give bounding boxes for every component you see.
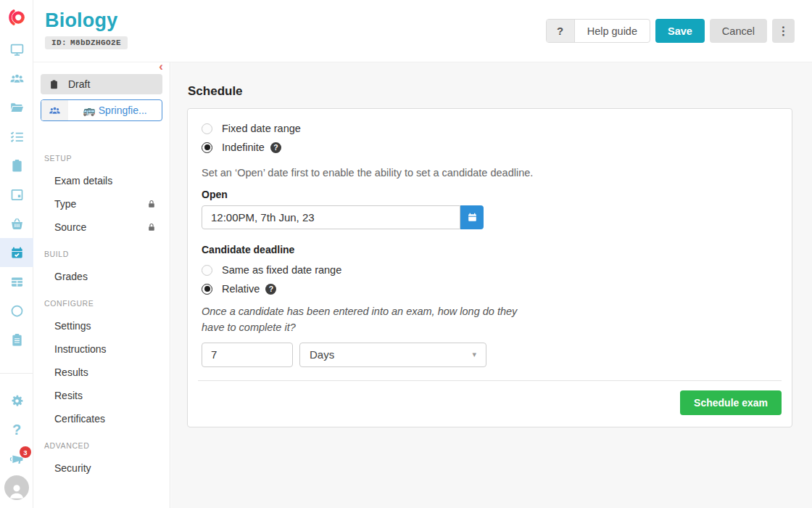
monitor-icon xyxy=(9,42,25,57)
radio-label: Fixed date range xyxy=(222,123,301,134)
radio-label: Same as fixed date range xyxy=(222,264,341,276)
nav-label: Source xyxy=(54,221,86,233)
duration-unit-select[interactable]: Days ▾ xyxy=(299,343,486,367)
rail-settings-item[interactable] xyxy=(0,386,33,415)
main-content: Schedule Fixed date range Indefinite ? S… xyxy=(171,62,812,508)
cancel-button[interactable]: Cancel xyxy=(710,19,767,43)
nav-section-configure: CONFIGURE xyxy=(34,292,170,314)
rail-profile-item[interactable] xyxy=(0,473,33,502)
radio-checked-icon xyxy=(202,284,212,295)
nav-label: Results xyxy=(54,366,88,378)
rail-clipboard-item[interactable] xyxy=(0,151,33,180)
nav-label: Security xyxy=(54,462,91,474)
rail-checklist-item[interactable] xyxy=(0,122,33,151)
status-draft-label: Draft xyxy=(68,78,90,90)
notification-badge: 3 xyxy=(20,446,31,458)
schedule-exam-button[interactable]: Schedule exam xyxy=(680,390,782,415)
duration-unit-value: Days xyxy=(310,348,334,361)
open-date-input[interactable] xyxy=(202,205,460,229)
nav-section-advanced: ADVANCED xyxy=(34,435,170,456)
sidebar-item-exam-details[interactable]: Exam details xyxy=(34,169,170,192)
nav-label: Type xyxy=(54,198,76,210)
group-users-icon xyxy=(49,105,61,117)
open-date-row xyxy=(202,205,782,229)
deadline-question-text: Once a candidate has been entered into a… xyxy=(202,304,531,336)
nav-label: Certificates xyxy=(54,413,105,425)
radio-same-as-fixed[interactable]: Same as fixed date range xyxy=(198,261,782,279)
top-header: Biology ID: M8bDZHGO2E ? Help guide Save… xyxy=(33,0,812,62)
avatar xyxy=(4,475,29,500)
radio-unchecked-icon xyxy=(202,123,212,134)
exam-id-badge: ID: M8bDZHGO2E xyxy=(45,36,128,49)
sidebar-item-grades[interactable]: Grades xyxy=(34,265,170,288)
group-name: Springfie... xyxy=(99,105,147,116)
folder-icon xyxy=(9,100,25,115)
sidebar-item-resits[interactable]: Resits xyxy=(34,384,170,407)
sidebar-item-results[interactable]: Results xyxy=(34,361,170,384)
sidebar-item-source[interactable]: Source xyxy=(34,216,170,239)
rail-report-item[interactable] xyxy=(0,325,33,354)
grid-icon xyxy=(9,274,25,290)
sidebar-item-security[interactable]: Security xyxy=(34,456,170,480)
group-springfield-button[interactable]: 🚌 Springfie... xyxy=(41,99,162,121)
radio-indefinite[interactable]: Indefinite ? xyxy=(198,138,782,157)
card-divider xyxy=(198,380,782,381)
group-label: 🚌 Springfie... xyxy=(68,100,162,120)
image-frame-icon xyxy=(9,187,25,202)
duration-row: Days ▾ xyxy=(202,343,782,367)
status-draft-button[interactable]: Draft xyxy=(41,74,162,94)
caret-down-icon: ▾ xyxy=(472,350,476,359)
help-guide-label: Help guide xyxy=(575,20,650,42)
rail-announcements-item[interactable]: 3 xyxy=(0,444,33,473)
radio-fixed-date-range[interactable]: Fixed date range xyxy=(198,119,782,138)
radio-checked-icon xyxy=(202,142,212,153)
sidebar-item-settings[interactable]: Settings xyxy=(34,314,170,337)
rail-users-item[interactable] xyxy=(0,64,33,93)
radio-unchecked-icon xyxy=(202,265,212,276)
rail-calendar-check-item[interactable] xyxy=(0,238,33,267)
nav-label: Exam details xyxy=(54,175,112,187)
sidebar-collapse-chevron[interactable]: ‹ xyxy=(159,62,163,72)
relative-help-icon[interactable]: ? xyxy=(265,284,276,295)
exam-id-label: ID: xyxy=(51,38,67,47)
rail-divider xyxy=(0,373,33,374)
open-label: Open xyxy=(202,189,782,200)
rail-image-frame-item[interactable] xyxy=(0,180,33,209)
kebab-icon: ⋮ xyxy=(778,24,790,38)
sidebar-item-instructions[interactable]: Instructions xyxy=(34,337,170,361)
gear-icon xyxy=(9,393,25,409)
users-icon xyxy=(9,71,25,86)
rail-basket-item[interactable] xyxy=(0,209,33,238)
sidebar: ‹ Draft 🚌 Springfie... SETUP Exam detail… xyxy=(34,62,170,508)
group-users-segment xyxy=(41,100,68,120)
checklist-icon xyxy=(9,129,25,144)
save-button[interactable]: Save xyxy=(655,19,705,43)
rail-monitor-item[interactable] xyxy=(0,35,33,64)
icon-rail: ? 3 xyxy=(0,0,33,508)
sidebar-item-certificates[interactable]: Certificates xyxy=(34,407,170,430)
app-logo[interactable] xyxy=(0,0,33,35)
clipboard-icon xyxy=(9,158,25,173)
page-title: Biology xyxy=(45,9,117,32)
rail-folder-item[interactable] xyxy=(0,93,33,122)
sidebar-item-type[interactable]: Type xyxy=(34,192,170,216)
more-options-button[interactable]: ⋮ xyxy=(772,19,795,43)
rail-grid-item[interactable] xyxy=(0,267,33,296)
indefinite-help-icon[interactable]: ? xyxy=(270,142,281,153)
rail-circle-item[interactable] xyxy=(0,296,33,325)
logo-icon xyxy=(6,7,28,28)
exam-id-value: M8bDZHGO2E xyxy=(70,38,121,47)
calendar-check-icon xyxy=(9,245,25,261)
circle-icon xyxy=(9,303,25,319)
help-guide-button[interactable]: ? Help guide xyxy=(546,19,650,43)
nav-label: Resits xyxy=(54,390,83,401)
nav-label: Grades xyxy=(54,271,88,282)
open-date-picker-button[interactable] xyxy=(460,205,484,229)
duration-value-input[interactable] xyxy=(202,343,293,367)
radio-label: Relative xyxy=(222,283,260,295)
nav-section-setup: SETUP xyxy=(34,147,170,169)
lock-icon xyxy=(146,199,157,209)
nav-label: Settings xyxy=(54,320,91,332)
radio-relative[interactable]: Relative ? xyxy=(198,279,782,298)
rail-help-item[interactable]: ? xyxy=(0,415,33,444)
